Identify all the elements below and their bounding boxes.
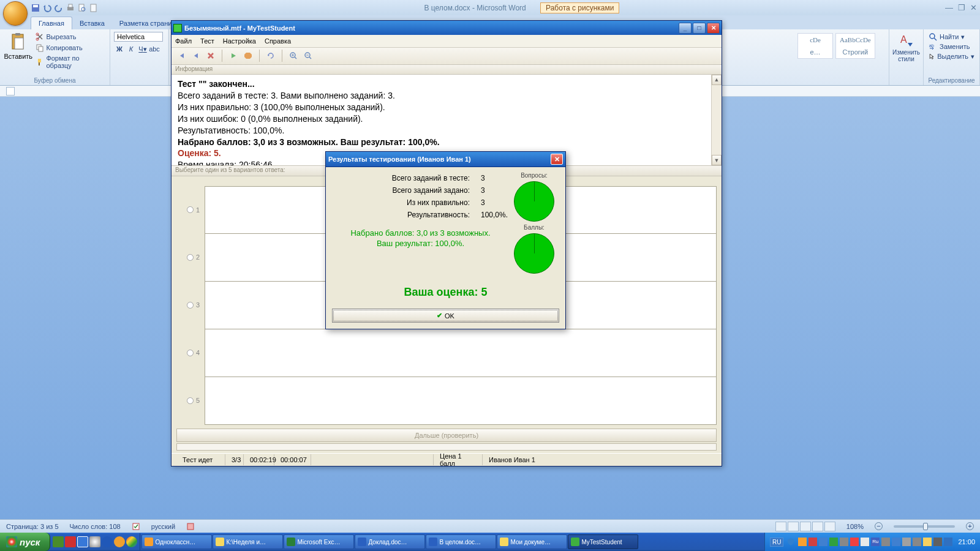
stop-red-button[interactable] [205,50,217,62]
radio-icon[interactable] [187,350,194,356]
chrome-icon[interactable] [126,536,137,547]
bold-button[interactable]: Ж [114,43,125,54]
taskbar-task[interactable]: В целом.doc… [426,534,496,549]
taskbar-task[interactable]: Microsoft Exc… [284,534,354,549]
minimize-icon[interactable]: — [945,3,953,12]
radio-icon[interactable] [187,206,194,213]
prev-button[interactable] [190,50,202,62]
change-styles-icon[interactable]: A [898,32,915,49]
copy-button[interactable]: Копировать [36,43,106,53]
redo-icon[interactable] [54,3,64,13]
paste-button[interactable]: Вставить [4,32,33,70]
tray-icon-8[interactable] [881,538,890,546]
tray-icon-4[interactable] [829,538,838,546]
start-button[interactable]: пуск [0,533,50,551]
office-button[interactable] [3,1,28,26]
mytest-titlebar[interactable]: Безымянный.mtf - MyTestStudent _ □ ✕ [172,21,722,35]
ql-icon-2[interactable] [65,536,76,547]
radio-icon[interactable] [187,302,194,309]
tab-insert[interactable]: Вставка [72,17,112,29]
view-draft[interactable] [824,522,835,531]
tray-icon-7[interactable] [861,538,869,546]
info-scrollbar[interactable]: ▲ ▼ [711,75,722,165]
ok-button[interactable]: ✔OK [332,309,559,323]
find-button[interactable]: Найти ▾ [927,32,976,42]
tray-icon-10[interactable] [923,538,932,546]
stop-button[interactable] [242,50,254,62]
taskbar-task[interactable]: Однокласcн… [141,534,212,549]
zoom-in-button[interactable]: + [966,522,974,530]
select-button[interactable]: Выделить ▾ [927,51,976,61]
scroll-up-icon[interactable]: ▲ [712,75,722,85]
preview-icon[interactable] [77,3,87,13]
clock[interactable]: 21:00 [958,538,975,545]
menu-test[interactable]: Тест [200,37,214,45]
page-status[interactable]: Страница: 3 из 5 [6,523,59,530]
ie-icon[interactable] [102,536,113,547]
refresh-button[interactable] [265,50,277,62]
next-button[interactable]: Дальше (проверить) [176,429,717,442]
tray-lang-icon[interactable]: Ru [871,538,880,546]
strike-button[interactable]: abc [149,43,160,54]
tray-icon-9[interactable] [892,538,900,546]
mail-icon[interactable] [77,536,88,547]
tray-network-icon[interactable] [902,538,911,546]
tray-icon-1[interactable] [798,538,807,546]
first-button[interactable] [175,50,187,62]
style-preview-2[interactable]: cDeе… [797,33,833,59]
zoom-value[interactable]: 108% [846,523,864,530]
replace-button[interactable]: abЗаменить [927,42,976,51]
tray-icon-12[interactable] [944,538,952,546]
tray-shield-icon[interactable] [786,538,795,546]
style-preview-3[interactable]: AaBbCcDeСтрогий [835,33,875,59]
new-icon[interactable] [89,3,99,13]
option-row[interactable]: 4 [205,329,717,377]
tray-icon-6[interactable] [850,538,859,546]
maximize-button[interactable]: □ [693,23,706,34]
italic-button[interactable]: К [126,43,137,54]
close-icon[interactable]: ✕ [970,3,977,12]
zoom-slider[interactable] [894,525,955,528]
utorrent-icon[interactable] [53,536,64,547]
underline-button[interactable]: Ч▾ [137,43,148,54]
cut-button[interactable]: Вырезать [36,32,106,42]
insert-mode-icon[interactable] [186,522,195,531]
print-icon[interactable] [66,3,75,13]
taskbar-task[interactable]: MyTestStudent [568,534,638,549]
firefox-icon[interactable] [114,536,125,547]
maximize-icon[interactable]: ❐ [958,3,965,12]
tray-volume-icon[interactable] [913,538,921,546]
tray-icon-11[interactable] [933,538,942,546]
language-status[interactable]: русский [151,523,175,530]
scroll-down-icon[interactable]: ▼ [712,155,722,165]
font-name-dropdown[interactable]: Helvetica [114,32,163,42]
view-fullscreen[interactable] [788,522,799,531]
tray-icon-5[interactable] [840,538,848,546]
tray-icon-2[interactable] [809,538,817,546]
view-outline[interactable] [812,522,823,531]
taskbar-task[interactable]: Доклад.doc… [355,534,425,549]
view-print-layout[interactable] [775,522,786,531]
radio-icon[interactable] [187,397,194,404]
format-painter-button[interactable]: Формат по образцу [36,54,106,70]
zoom-out-button[interactable] [302,50,314,62]
menu-settings[interactable]: Настройка [223,37,256,45]
dialog-titlebar[interactable]: Результаты тестирования (Иванов Иван 1) … [326,152,565,167]
view-web[interactable] [800,522,811,531]
spellcheck-icon[interactable] [132,522,140,531]
minimize-button[interactable]: _ [679,23,692,34]
word-count[interactable]: Число слов: 108 [70,523,121,530]
undo-icon[interactable] [42,3,52,13]
menu-file[interactable]: Файл [175,37,192,45]
radio-icon[interactable] [187,254,194,261]
zoom-out-button[interactable]: − [875,522,883,530]
menu-help[interactable]: Справка [265,37,291,45]
zoom-in-button[interactable] [287,50,300,62]
ruler-corner[interactable] [6,87,15,96]
save-icon[interactable] [31,3,40,13]
dialog-close-button[interactable]: ✕ [551,154,563,165]
contextual-tab-label[interactable]: Работа с рисунками [540,2,619,13]
taskbar-task[interactable]: К:\Неделя и… [213,534,283,549]
play-button[interactable] [227,50,239,62]
option-row[interactable]: 5 [205,377,717,425]
